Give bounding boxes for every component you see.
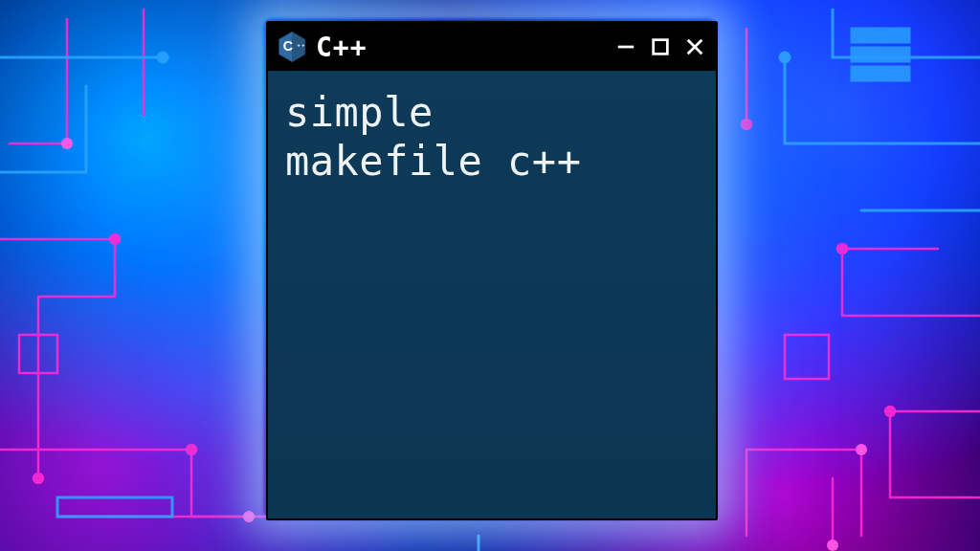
- maximize-button[interactable]: [649, 35, 672, 58]
- terminal-content[interactable]: simple makefile c++: [268, 71, 716, 518]
- maximize-icon: [650, 36, 671, 57]
- content-line-1: simple: [285, 89, 434, 136]
- app-window: C + + C++: [266, 21, 718, 520]
- minimize-button[interactable]: [614, 35, 637, 58]
- svg-rect-24: [654, 40, 668, 55]
- window-controls: [614, 35, 706, 58]
- titlebar[interactable]: C + + C++: [268, 23, 716, 71]
- cpp-icon: C + +: [276, 31, 308, 63]
- content-line-2: makefile c++: [285, 138, 581, 185]
- minimize-icon: [615, 36, 636, 57]
- svg-text:C: C: [283, 38, 293, 54]
- svg-text:+: +: [297, 42, 300, 48]
- close-button[interactable]: [683, 35, 706, 58]
- close-icon: [684, 36, 705, 57]
- svg-text:+: +: [301, 42, 304, 48]
- window-title: C++: [316, 32, 368, 63]
